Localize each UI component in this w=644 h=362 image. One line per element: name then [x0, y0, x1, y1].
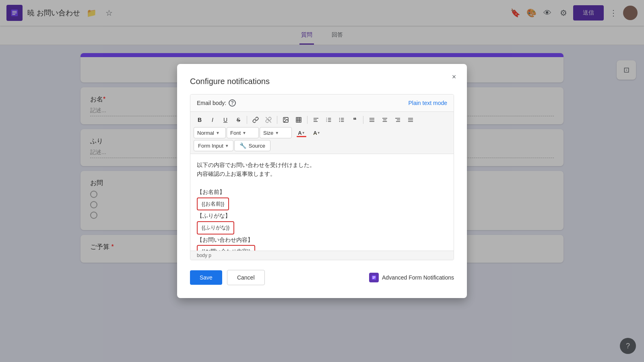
svg-point-6: [285, 119, 285, 119]
email-header: Email body: ? Plain text mode: [190, 95, 454, 112]
separator-2: [277, 116, 277, 124]
advanced-notifications-link[interactable]: Advanced Form Notifications: [369, 273, 454, 282]
save-button[interactable]: Save: [190, 270, 222, 285]
separator-3: [307, 116, 308, 124]
toolbar-row-2: Normal ▼ Font ▼ Size ▼ A: [194, 127, 450, 138]
separator-1: [247, 116, 247, 124]
modal-title: Configure notifications: [190, 77, 454, 86]
form-input-caret: ▼: [225, 144, 229, 148]
size-dropdown[interactable]: Size ▼: [260, 127, 292, 138]
font-caret: ▼: [242, 131, 246, 135]
separator-4: [363, 116, 363, 124]
quote-button[interactable]: ❝: [349, 114, 361, 125]
source-button[interactable]: 🔧 Source: [234, 140, 270, 151]
modal-footer: Save Cancel Advanced Form Notifications: [190, 270, 454, 285]
source-icon: 🔧: [239, 142, 246, 149]
svg-text:3: 3: [326, 120, 327, 122]
unlink-button[interactable]: [262, 114, 275, 125]
name-section-label: 【お名前】: [197, 187, 447, 196]
cancel-button[interactable]: Cancel: [227, 270, 265, 285]
toolbar-row-1: B I U S̶: [194, 114, 450, 125]
inquiry-section-label: 【お問い合わせ内容】: [197, 235, 447, 244]
table-button[interactable]: [293, 114, 305, 125]
email-body-label: Email body: ?: [197, 99, 236, 107]
ordered-list-button[interactable]: 1 2 3: [323, 114, 335, 125]
editor-statusbar: body p: [190, 251, 454, 260]
normal-dropdown[interactable]: Normal ▼: [194, 127, 226, 138]
modal-overlay: × Configure notifications Email body: ? …: [0, 0, 644, 362]
svg-rect-41: [373, 277, 376, 278]
svg-point-26: [339, 121, 340, 122]
svg-rect-42: [373, 278, 375, 279]
unordered-list-button[interactable]: [336, 114, 348, 125]
bold-button[interactable]: B: [194, 114, 206, 125]
editor-body[interactable]: 以下の内容でお問い合わせを受け付けました。 内容確認の上お返事致します。 【お名…: [190, 154, 454, 251]
align-left-2-button[interactable]: [366, 114, 378, 125]
align-left-button[interactable]: [310, 114, 322, 125]
furigana-field-box: {{ふりがな}}: [197, 221, 234, 234]
editor-line-1: 以下の内容でお問い合わせを受け付けました。: [197, 160, 447, 169]
align-right-button[interactable]: [392, 114, 404, 125]
svg-point-24: [339, 118, 340, 119]
text-color-button[interactable]: A ▼: [294, 127, 309, 138]
furigana-section-label: 【ふりがな】: [197, 211, 447, 220]
name-field-box: {{お名前}}: [197, 197, 229, 211]
justify-button[interactable]: [405, 114, 417, 125]
inquiry-field-box: {{お問い合わせ内容}}: [197, 245, 255, 251]
svg-rect-7: [296, 117, 301, 122]
email-config: Email body: ? Plain text mode B I U S̶: [190, 94, 454, 260]
normal-caret: ▼: [216, 131, 220, 135]
bg-color-button[interactable]: A ▼: [310, 127, 324, 138]
image-button[interactable]: [280, 114, 292, 125]
underline-button[interactable]: U: [219, 114, 231, 125]
align-center-button[interactable]: [379, 114, 391, 125]
strikethrough-button[interactable]: S̶: [232, 114, 244, 125]
toolbar-row-3: Form Input ▼ 🔧 Source: [194, 140, 450, 151]
advanced-icon: [369, 273, 379, 282]
bg-color-group: A ▼: [310, 127, 324, 138]
text-color-group: A ▼: [294, 127, 309, 138]
svg-rect-40: [373, 276, 376, 277]
configure-notifications-modal: × Configure notifications Email body: ? …: [177, 64, 467, 298]
editor-line-2: 内容確認の上お返事致します。: [197, 169, 447, 178]
svg-point-25: [339, 119, 340, 120]
font-dropdown[interactable]: Font ▼: [227, 127, 259, 138]
plain-text-mode-link[interactable]: Plain text mode: [409, 100, 448, 106]
form-input-dropdown[interactable]: Form Input ▼: [194, 140, 233, 151]
link-button[interactable]: [250, 114, 262, 125]
italic-button[interactable]: I: [206, 114, 219, 125]
close-button[interactable]: ×: [448, 70, 460, 83]
editor-toolbar: B I U S̶: [190, 112, 454, 154]
help-icon[interactable]: ?: [229, 99, 236, 107]
size-caret: ▼: [275, 131, 279, 135]
